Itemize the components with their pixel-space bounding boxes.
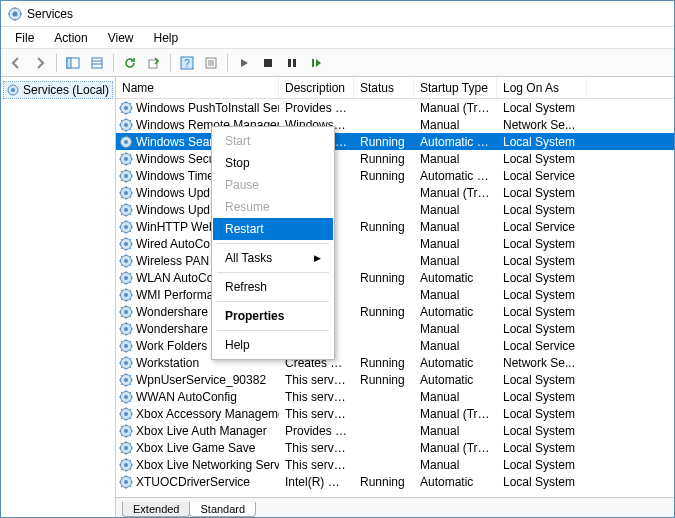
svg-rect-3 — [67, 58, 71, 68]
service-startup: Manual (Trigg... — [414, 186, 497, 200]
back-button[interactable] — [5, 52, 27, 74]
refresh-button[interactable] — [119, 52, 141, 74]
menu-item-label: Help — [225, 338, 250, 352]
service-row[interactable]: WMI Performa...ManualLocal System — [116, 286, 674, 303]
service-list[interactable]: Windows PushToInstall Servi...Provides i… — [116, 99, 674, 497]
service-row[interactable]: Xbox Live Game SaveThis service ...Manua… — [116, 439, 674, 456]
gear-icon — [119, 186, 133, 200]
service-desc: Provides infr... — [279, 101, 354, 115]
menu-item-help[interactable]: Help — [213, 334, 333, 356]
service-row[interactable]: Wired AutoCoManualLocal System — [116, 235, 674, 252]
service-startup: Automatic — [414, 373, 497, 387]
service-logon: Local Service — [497, 339, 587, 353]
service-startup: Automatic — [414, 356, 497, 370]
col-header-startup[interactable]: Startup Type — [414, 78, 497, 98]
service-startup: Manual — [414, 237, 497, 251]
service-logon: Local System — [497, 390, 587, 404]
gear-icon — [119, 305, 133, 319]
service-row[interactable]: Windows Upd...Manual (Trigg...Local Syst… — [116, 184, 674, 201]
services-icon — [6, 83, 20, 97]
svg-point-49 — [124, 344, 128, 348]
properties-button[interactable] — [200, 52, 222, 74]
service-logon: Local System — [497, 475, 587, 489]
service-name: Xbox Live Game Save — [136, 441, 255, 455]
menu-separator — [217, 301, 329, 302]
service-row[interactable]: WpnUserService_90382This service ...Runn… — [116, 371, 674, 388]
menu-item-refresh[interactable]: Refresh — [213, 276, 333, 298]
service-row[interactable]: Xbox Live Networking ServiceThis service… — [116, 456, 674, 473]
content-pane: Name Description Status Startup Type Log… — [116, 77, 674, 517]
col-header-name[interactable]: Name — [116, 78, 279, 98]
menu-item-properties[interactable]: Properties — [213, 305, 333, 327]
start-service-button[interactable] — [233, 52, 255, 74]
service-row[interactable]: Wireless PAN DManualLocal System — [116, 252, 674, 269]
svg-point-29 — [124, 174, 128, 178]
service-logon: Local System — [497, 424, 587, 438]
service-status: Running — [354, 152, 414, 166]
menu-item-all-tasks[interactable]: All Tasks▶ — [213, 247, 333, 269]
menu-separator — [217, 243, 329, 244]
service-row[interactable]: XTUOCDriverServiceIntel(R) Over...Runnin… — [116, 473, 674, 490]
service-name: Workstation — [136, 356, 199, 370]
menu-action[interactable]: Action — [44, 29, 97, 47]
service-name: WpnUserService_90382 — [136, 373, 266, 387]
service-logon: Local System — [497, 322, 587, 336]
service-row[interactable]: Windows PushToInstall Servi...Provides i… — [116, 99, 674, 116]
service-startup: Manual — [414, 152, 497, 166]
export-button[interactable] — [143, 52, 165, 74]
svg-point-19 — [11, 88, 15, 92]
service-desc: This service ... — [279, 458, 354, 472]
service-logon: Local System — [497, 254, 587, 268]
service-row[interactable]: WLAN AutoCo...RunningAutomaticLocal Syst… — [116, 269, 674, 286]
service-desc: Intel(R) Over... — [279, 475, 354, 489]
pause-service-button[interactable] — [281, 52, 303, 74]
gear-icon — [119, 101, 133, 115]
show-hide-tree-button[interactable] — [62, 52, 84, 74]
menu-item-stop[interactable]: Stop — [213, 152, 333, 174]
service-row[interactable]: Windows Timel...RunningAutomatic (De...L… — [116, 167, 674, 184]
service-row[interactable]: WinHTTP Webn...RunningManualLocal Servic… — [116, 218, 674, 235]
menu-bar: File Action View Help — [1, 27, 674, 49]
tab-standard[interactable]: Standard — [189, 502, 256, 517]
tree-root-services-local[interactable]: Services (Local) — [3, 81, 113, 99]
service-row[interactable]: WWAN AutoConfigThis service ...ManualLoc… — [116, 388, 674, 405]
tab-extended[interactable]: Extended — [122, 502, 190, 517]
service-name: Wireless PAN D — [136, 254, 221, 268]
forward-button[interactable] — [29, 52, 51, 74]
col-header-status[interactable]: Status — [354, 78, 414, 98]
service-row[interactable]: Xbox Accessory Managemen...This service … — [116, 405, 674, 422]
col-header-logon[interactable]: Log On As — [497, 78, 587, 98]
menu-help[interactable]: Help — [144, 29, 189, 47]
service-row[interactable]: Windows Secue...RunningManualLocal Syste… — [116, 150, 674, 167]
menu-file[interactable]: File — [5, 29, 44, 47]
menu-view[interactable]: View — [98, 29, 144, 47]
service-startup: Manual (Trigg... — [414, 441, 497, 455]
service-row[interactable]: WorkstationCreates and ...RunningAutomat… — [116, 354, 674, 371]
gear-icon — [119, 288, 133, 302]
stop-service-button[interactable] — [257, 52, 279, 74]
svg-point-21 — [124, 106, 128, 110]
service-row[interactable]: Work Folders...ManualLocal Service — [116, 337, 674, 354]
svg-point-33 — [124, 208, 128, 212]
service-name: Wondershare — [136, 305, 208, 319]
service-row[interactable]: Windows Remote Managem...Windows Re...Ma… — [116, 116, 674, 133]
svg-point-1 — [13, 11, 18, 16]
svg-rect-15 — [288, 59, 291, 67]
service-row[interactable]: Xbox Live Auth ManagerProvides aut...Man… — [116, 422, 674, 439]
menu-item-label: Properties — [225, 309, 284, 323]
menu-item-label: Resume — [225, 200, 270, 214]
service-name: Windows Secu — [136, 152, 215, 166]
export-list-button[interactable] — [86, 52, 108, 74]
col-header-desc[interactable]: Description — [279, 78, 354, 98]
service-row[interactable]: WondersharerRunningAutomaticLocal System — [116, 303, 674, 320]
svg-point-35 — [124, 225, 128, 229]
service-row[interactable]: Windows UpdManualLocal System — [116, 201, 674, 218]
service-row[interactable]: Windows SearchProvides con...RunningAuto… — [116, 133, 674, 150]
svg-point-63 — [124, 463, 128, 467]
restart-service-button[interactable] — [305, 52, 327, 74]
help-button[interactable]: ? — [176, 52, 198, 74]
svg-point-45 — [124, 310, 128, 314]
menu-item-restart[interactable]: Restart — [213, 218, 333, 240]
gear-icon — [119, 118, 133, 132]
service-row[interactable]: Wondershare...ManualLocal System — [116, 320, 674, 337]
